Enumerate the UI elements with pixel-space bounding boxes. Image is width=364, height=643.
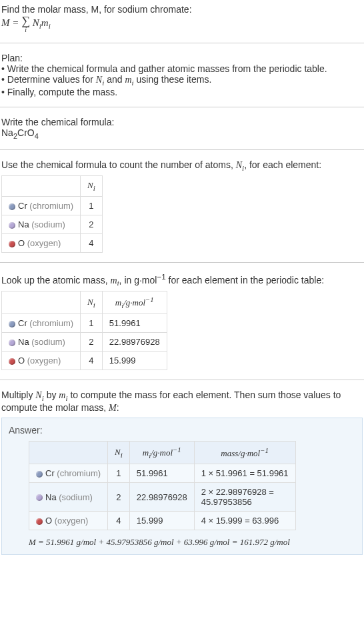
col-n-sub: i <box>93 184 95 192</box>
divider <box>0 107 364 107</box>
col-mass-label: mass/g·mol <box>221 448 260 458</box>
elem-name: (oxygen) <box>55 516 89 526</box>
n-cell: 4 <box>81 352 103 370</box>
col-n-sym: N <box>115 447 121 457</box>
final-equation: M = 51.9961 g/mol + 45.97953856 g/mol + … <box>9 537 355 548</box>
element-dot-icon <box>9 321 15 328</box>
count-table: Ni Cr (chromium) 1 Na (sodium) 2 O (oxyg… <box>1 175 103 253</box>
plan-heading: Plan: <box>1 53 363 63</box>
m-cell: 22.98976928 <box>102 333 167 352</box>
col-mass: mass/g·mol−1 <box>194 442 295 464</box>
intro-line1: Find the molar mass, M, for sodium chrom… <box>1 4 192 15</box>
step-multiply-section: Multiply Ni by mi to compute the mass fo… <box>0 386 364 559</box>
n-cell: 1 <box>81 314 103 333</box>
answer-table: Ni mi/g·mol−1 mass/g·mol−1 Cr (chromium)… <box>29 441 296 530</box>
col-blank <box>29 442 108 464</box>
elem-sym: Cr <box>45 468 55 478</box>
intro-section: Find the molar mass, M, for sodium chrom… <box>0 0 364 37</box>
n-cell: 1 <box>108 464 130 483</box>
s4h-m: m <box>59 390 65 400</box>
element-dot-icon <box>36 494 43 501</box>
elem-sym: Na <box>18 219 29 229</box>
n-cell: 4 <box>108 512 130 530</box>
n-cell: 4 <box>81 233 103 252</box>
table-row: O (oxygen) 4 <box>2 233 103 252</box>
elem-name: (sodium) <box>31 219 65 229</box>
formula-lhs: M = <box>1 17 21 28</box>
step4-heading: Multiply Ni by mi to compute the mass fo… <box>1 390 363 414</box>
col-m-exp: −1 <box>173 446 181 454</box>
plan-b2-b: and <box>104 74 125 85</box>
col-n-sub: i <box>121 450 123 458</box>
plan-b2-c: using these items. <box>134 74 212 85</box>
s3h-a: Look up the atomic mass, <box>1 275 110 285</box>
step-count-section: Use the chemical formula to count the nu… <box>0 155 364 257</box>
table-row: Na (sodium) 2 <box>2 215 103 233</box>
col-m-exp: −1 <box>145 295 154 303</box>
element-dot-icon <box>36 518 43 525</box>
element-cell: O (oxygen) <box>2 233 81 252</box>
s3h-b: , in g·mol <box>119 275 157 285</box>
s4h-n: N <box>35 390 41 400</box>
plan-bullet-3: • Finally, compute the mass. <box>1 87 363 97</box>
step3-heading: Look up the atomic mass, mi, in g·mol−1 … <box>1 272 363 287</box>
table-header-row: Ni mi/g·mol−1 <box>2 291 167 314</box>
m-cell: 51.9961 <box>102 314 167 333</box>
element-cell: Cr (chromium) <box>2 196 81 215</box>
divider <box>0 149 364 150</box>
table-row: O (oxygen) 4 15.999 <box>2 352 167 370</box>
col-n: Ni <box>108 442 130 464</box>
element-cell: Na (sodium) <box>2 215 81 233</box>
s4h-M: M <box>109 403 117 413</box>
element-cell: O (oxygen) <box>2 352 81 370</box>
n-cell: 2 <box>81 215 103 233</box>
m-cell: 15.999 <box>129 512 194 530</box>
col-n: Ni <box>81 176 103 197</box>
formula-n: N <box>33 17 39 28</box>
mass-cell: 4 × 15.999 = 63.996 <box>194 512 295 530</box>
s3h-m: m <box>110 275 117 285</box>
s2h-a: Use the chemical formula to count the nu… <box>1 159 236 170</box>
elem-sym: Cr <box>18 201 27 211</box>
mass-cell: 1 × 51.9961 = 51.9961 <box>194 464 295 483</box>
elem-sym: Na <box>45 492 57 502</box>
var-m: m <box>125 75 131 85</box>
step-mass-section: Look up the atomic mass, mi, in g·mol−1 … <box>0 268 364 374</box>
element-dot-icon <box>9 358 15 365</box>
element-dot-icon <box>9 222 15 229</box>
step2-heading: Use the chemical formula to count the nu… <box>1 159 363 172</box>
m-cell: 15.999 <box>102 352 167 370</box>
element-cell: Na (sodium) <box>29 483 108 512</box>
molar-mass-formula: M = ∑ i Nimi <box>1 15 363 33</box>
divider <box>0 262 364 263</box>
table-row: Cr (chromium) 1 51.9961 <box>2 314 167 333</box>
table-row: Na (sodium) 2 22.98976928 2 × 22.9897692… <box>29 483 296 512</box>
elem-name: (oxygen) <box>27 356 61 366</box>
plan-b2-a: • Determine values for <box>1 74 96 85</box>
m-cell: 22.98976928 <box>129 483 194 512</box>
elem-name: (chromium) <box>29 201 73 211</box>
s4h-d: : <box>117 402 119 413</box>
sigma-icon: ∑ <box>21 14 30 27</box>
m-cell: 51.9961 <box>129 464 194 483</box>
col-m-sym: m <box>115 298 121 308</box>
elem-name: (chromium) <box>57 468 101 478</box>
plan-bullet-2: • Determine values for Ni and mi using t… <box>1 74 363 87</box>
s3h-c: for each element in the periodic table: <box>166 275 324 285</box>
mass-table: Ni mi/g·mol−1 Cr (chromium) 1 51.9961 Na… <box>1 291 167 370</box>
col-mass-exp: −1 <box>260 446 269 454</box>
table-row: Cr (chromium) 1 51.9961 1 × 51.9961 = 51… <box>29 464 296 483</box>
s3h-exp: −1 <box>157 272 165 281</box>
col-blank <box>2 176 81 197</box>
elem-name: (sodium) <box>31 337 65 347</box>
s2h-n: N <box>236 160 242 170</box>
elem-sym: Cr <box>18 318 27 328</box>
sum-index: i <box>21 27 30 33</box>
step1-heading: Write the chemical formula: <box>1 117 363 127</box>
cf-na: Na <box>1 127 13 138</box>
divider <box>0 380 364 380</box>
table-header-row: Ni <box>2 176 103 197</box>
s4h-a: Multiply <box>1 390 35 400</box>
s2h-b: , for each element: <box>244 159 321 170</box>
col-n-sym: N <box>87 297 93 307</box>
